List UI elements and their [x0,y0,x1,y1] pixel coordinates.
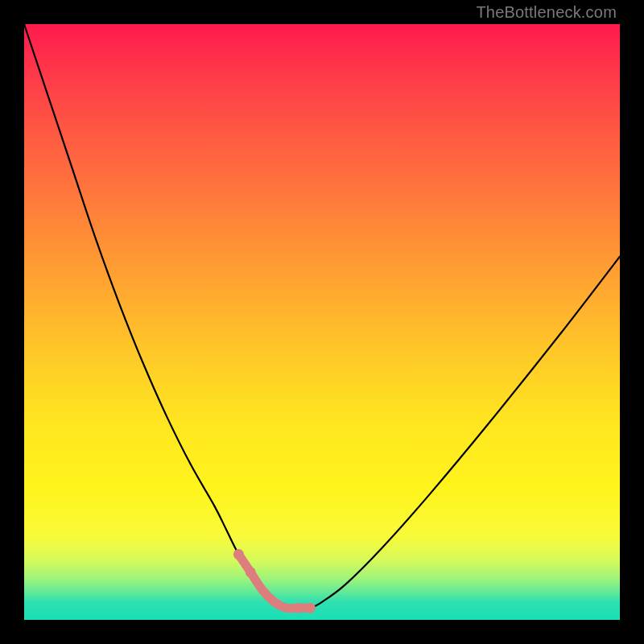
plot-area [24,24,620,620]
basin-dot [233,549,244,559]
basin-dot [305,603,316,613]
curve-svg [24,24,620,620]
basin-highlight-path [238,555,310,609]
basin-dot [246,567,256,577]
basin-dot [293,603,303,613]
chart-frame: TheBottleneck.com [0,0,644,644]
watermark-text: TheBottleneck.com [476,3,617,22]
bottleneck-curve-path [24,24,620,609]
